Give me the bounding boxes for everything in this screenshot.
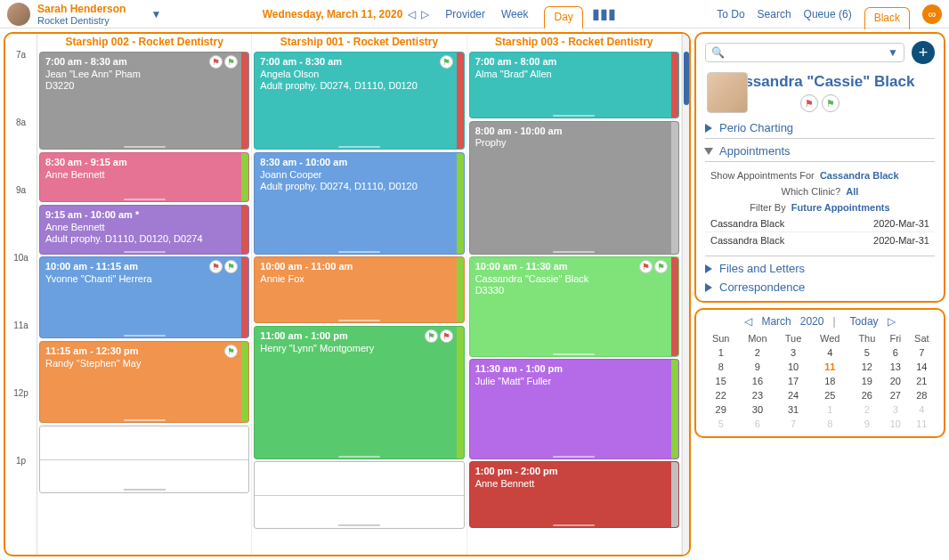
cal-day-cell[interactable]: 6	[738, 417, 776, 431]
cal-day-cell[interactable]: 23	[738, 388, 776, 402]
cal-day-cell[interactable]: 4	[810, 345, 850, 360]
search-dropdown-icon[interactable]: ▼	[888, 46, 898, 59]
cal-day-cell[interactable]: 7	[776, 417, 809, 431]
user-dropdown-icon[interactable]: ▼	[150, 8, 161, 20]
cal-day-cell[interactable]: 24	[776, 388, 809, 402]
appointment-block[interactable]: 1:00 pm - 2:00 pmAnne Bennett	[469, 461, 679, 528]
cal-day-cell[interactable]: 28	[907, 388, 937, 402]
flag-icon[interactable]: ⚑	[209, 260, 223, 273]
view-provider[interactable]: Provider	[445, 8, 485, 20]
patient-tab[interactable]: Black	[864, 7, 910, 29]
next-day-button[interactable]: ▷	[421, 8, 429, 20]
cal-next-button[interactable]: ▷	[888, 315, 896, 328]
empty-slot[interactable]	[254, 461, 464, 529]
patient-flag-red[interactable]: ⚑	[800, 94, 818, 112]
search-link[interactable]: Search	[758, 8, 791, 20]
appt-list-row[interactable]: Cassandra Black2020-Mar-31	[705, 215, 935, 232]
cal-day-cell[interactable]: 14	[907, 360, 937, 374]
section-files[interactable]: Files and Letters	[705, 262, 935, 275]
appointment-block[interactable]: 8:30 am - 10:00 amJoann CooperAdult prop…	[254, 152, 464, 255]
cal-today-button[interactable]: Today	[850, 315, 879, 328]
resize-handle[interactable]	[338, 251, 380, 253]
cal-day-cell[interactable]: 15	[703, 374, 738, 388]
resize-handle[interactable]	[124, 251, 166, 253]
section-appointments[interactable]: Appointments	[705, 144, 935, 158]
schedule-scrollbar[interactable]	[682, 34, 689, 555]
cal-day-cell[interactable]: 17	[776, 374, 809, 388]
flag-icon[interactable]: ⚑	[440, 329, 453, 343]
cal-month[interactable]: March	[761, 315, 791, 328]
filter-clinic-value[interactable]: All	[846, 186, 858, 197]
cal-day-cell[interactable]: 1	[810, 402, 850, 417]
section-perio[interactable]: Perio Charting	[705, 121, 935, 134]
cal-day-cell[interactable]: 2	[850, 402, 884, 417]
cal-day-cell[interactable]: 9	[738, 360, 776, 374]
cal-day-cell[interactable]: 5	[703, 417, 738, 431]
user-menu[interactable]: Sarah Henderson Rocket Dentistry ▼	[7, 3, 161, 26]
cal-day-cell[interactable]: 27	[884, 388, 907, 402]
flag-icon[interactable]: ⚑	[440, 55, 453, 69]
cal-day-cell[interactable]: 8	[703, 360, 738, 374]
flag-icon[interactable]: ⚑	[654, 260, 668, 273]
add-patient-button[interactable]: +	[912, 41, 935, 64]
cal-day-cell[interactable]: 6	[884, 345, 907, 360]
cal-day-cell[interactable]: 4	[907, 402, 937, 417]
resize-handle[interactable]	[124, 489, 166, 491]
appointment-block[interactable]: 9:15 am - 10:00 am *Anne BennettAdult pr…	[39, 205, 249, 255]
flag-icon[interactable]: ⚑	[209, 55, 223, 69]
resize-handle[interactable]	[338, 524, 380, 526]
appointment-block[interactable]: 11:00 am - 1:00 pmHenry "Lynn" Montgomer…	[254, 326, 464, 459]
cal-year[interactable]: 2020	[800, 315, 824, 328]
appointment-block[interactable]: 7:00 am - 8:30 amJean "Lee Ann" PhamD322…	[39, 52, 249, 150]
cal-day-cell[interactable]: 18	[810, 374, 850, 388]
resize-handle[interactable]	[124, 146, 166, 148]
patient-search-input[interactable]	[730, 46, 888, 59]
sync-icon[interactable]: ∞	[922, 4, 942, 24]
resize-handle[interactable]	[124, 199, 166, 200]
cal-day-cell[interactable]: 19	[850, 374, 884, 388]
filter-by-value[interactable]: Future Appointments	[791, 202, 890, 213]
appointment-block[interactable]: 10:00 am - 11:00 amAnnie Fox	[254, 256, 464, 323]
empty-slot[interactable]	[39, 426, 249, 493]
appointment-block[interactable]: 7:00 am - 8:30 amAngela OlsonAdult proph…	[254, 52, 464, 150]
filter-showfor-value[interactable]: Cassandra Black	[820, 170, 899, 181]
todo-link[interactable]: To Do	[717, 8, 744, 20]
patient-flag-green[interactable]: ⚑	[822, 94, 840, 112]
cal-day-cell[interactable]: 29	[703, 402, 738, 417]
flag-icon[interactable]: ⚑	[224, 345, 238, 358]
resize-handle[interactable]	[553, 353, 595, 355]
appointment-block[interactable]: 10:00 am - 11:30 amCassandra "Cassie" Bl…	[469, 256, 679, 357]
flag-icon[interactable]: ⚑	[639, 260, 653, 273]
cal-day-cell[interactable]: 11	[810, 360, 850, 374]
cal-day-cell[interactable]: 3	[776, 345, 809, 360]
view-week[interactable]: Week	[501, 8, 528, 20]
cal-day-cell[interactable]: 5	[850, 345, 884, 360]
flag-icon[interactable]: ⚑	[224, 55, 238, 69]
cal-day-cell[interactable]: 13	[884, 360, 907, 374]
appointment-block[interactable]: 11:15 am - 12:30 pmRandy "Stephen" May⚑	[39, 341, 249, 423]
appointment-block[interactable]: 7:00 am - 8:00 amAlma "Brad" Allen	[469, 52, 679, 118]
cal-day-cell[interactable]: 9	[850, 417, 884, 431]
resize-handle[interactable]	[338, 146, 380, 148]
cal-prev-button[interactable]: ◁	[744, 315, 752, 328]
cal-day-cell[interactable]: 1	[703, 345, 738, 360]
queue-link[interactable]: Queue (6)	[804, 8, 852, 20]
cal-day-cell[interactable]: 2	[738, 345, 776, 360]
column-body[interactable]: 7:00 am - 8:30 amJean "Lee Ann" PhamD322…	[39, 52, 249, 550]
view-day[interactable]: Day	[544, 6, 582, 28]
cal-day-cell[interactable]: 26	[850, 388, 884, 402]
scroll-thumb[interactable]	[684, 52, 689, 105]
resize-handle[interactable]	[553, 251, 595, 253]
columns-icon[interactable]: ▮▮▮	[592, 5, 616, 22]
resize-handle[interactable]	[338, 320, 380, 321]
cal-day-cell[interactable]: 20	[884, 374, 907, 388]
cal-day-cell[interactable]: 3	[884, 402, 907, 417]
cal-day-cell[interactable]: 21	[907, 374, 937, 388]
column-body[interactable]: 7:00 am - 8:30 amAngela OlsonAdult proph…	[254, 52, 464, 550]
prev-day-button[interactable]: ◁	[408, 8, 416, 20]
flag-icon[interactable]: ⚑	[224, 260, 238, 273]
cal-day-cell[interactable]: 22	[703, 388, 738, 402]
column-body[interactable]: 7:00 am - 8:00 amAlma "Brad" Allen8:00 a…	[469, 52, 679, 550]
appointment-block[interactable]: 8:00 am - 10:00 amProphy	[469, 121, 679, 255]
resize-handle[interactable]	[338, 456, 380, 458]
